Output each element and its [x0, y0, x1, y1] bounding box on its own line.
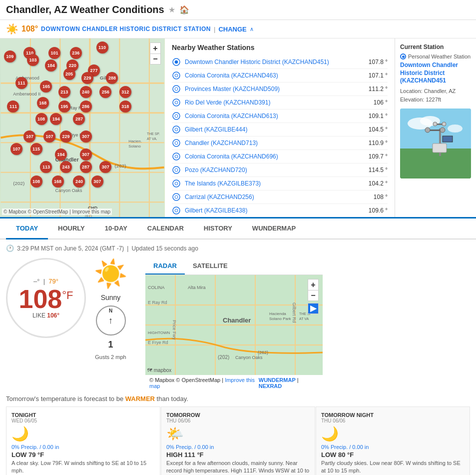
tab-hourly[interactable]: HOURLY	[48, 218, 95, 240]
map-pin[interactable]: 236	[70, 47, 82, 59]
map-pin[interactable]: 307	[91, 176, 103, 188]
radar-zoom-out-button[interactable]: −	[308, 290, 319, 301]
map-pin[interactable]: 205	[63, 68, 75, 80]
home-icon[interactable]: 🏠	[179, 5, 189, 14]
radar-map[interactable]: (202) Gilbert Rd E Ray Rd E Frye Rd Pric…	[145, 275, 323, 375]
map-pin[interactable]: 287	[73, 113, 85, 125]
map-pin[interactable]: 256	[99, 86, 111, 98]
improve-map-link[interactable]: Improve this map	[149, 377, 255, 389]
station-name[interactable]: Colonia Coronita (KAZCHAND463)	[185, 72, 363, 79]
station-list-item[interactable]: Chandler (KAZCHAND713) 110.9 °	[172, 136, 388, 150]
station-name[interactable]: Chandler (KAZCHAND713)	[185, 140, 363, 146]
tab-today[interactable]: TODAY	[6, 218, 48, 240]
map-pin[interactable]: 168	[52, 176, 64, 188]
station-list-item[interactable]: Gilbert (KAZGILBE444) 104.5 °	[172, 123, 388, 136]
station-name[interactable]: Pozo (KAZCHAND720)	[185, 166, 363, 174]
station-name[interactable]: Gilbert (KAZGILBE444)	[185, 126, 363, 133]
station-list-item[interactable]: The Islands (KAZGILBE373) 104.2 °	[172, 177, 388, 190]
map-pin[interactable]: 240	[80, 86, 92, 98]
radar-tab-radar[interactable]: RADAR	[145, 258, 185, 274]
chevron-up-icon[interactable]: ∧	[250, 26, 254, 32]
map-pin[interactable]: 168	[37, 97, 49, 109]
map-pin[interactable]: 318	[119, 100, 131, 112]
station-name[interactable]: The Islands (KAZGILBE373)	[185, 180, 363, 187]
map-pin[interactable]: 110	[96, 42, 108, 54]
nexrad-link[interactable]: NEXRAD	[259, 383, 282, 389]
map-pin[interactable]: 229	[81, 72, 93, 84]
station-list-item[interactable]: Provinces Master (KAZCHAND509) 111.2 °	[172, 82, 388, 96]
map-pin[interactable]: 108	[30, 176, 42, 188]
station-link[interactable]: DOWNTOWN CHANDLER HISTORIC DISTRICT STAT…	[41, 26, 211, 32]
station-temperature: 110.9 °	[363, 140, 388, 146]
station-name[interactable]: Rio Del Verde (KAZCHAND391)	[185, 99, 363, 106]
station-radio-icon	[172, 138, 181, 148]
wundermap-link[interactable]: WUNDERMAP	[259, 377, 296, 383]
map-pin[interactable]: 240	[73, 176, 85, 188]
map-pin[interactable]: 107	[43, 130, 55, 142]
station-temperature: 114.5 °	[363, 166, 388, 174]
map-pin[interactable]: 195	[58, 100, 70, 112]
map-pin[interactable]: 213	[58, 86, 70, 98]
current-station-name[interactable]: Downtown Chandler Historic District (KAZ…	[400, 62, 471, 85]
station-name[interactable]: Colonia Coronita (KAZCHAND613)	[185, 112, 363, 120]
today-weather-block: –° | 79° 108 °F LIKE 106°	[6, 258, 470, 391]
forecast-date: WED 06/05	[11, 418, 155, 424]
map-pin[interactable]: 107	[10, 143, 22, 155]
map-pin[interactable]: 287	[80, 161, 92, 173]
svg-text:E Ray Rd: E Ray Rd	[148, 300, 167, 305]
tab-wundermap[interactable]: WUNDERMAP	[242, 218, 306, 240]
tab-history[interactable]: HISTORY	[194, 218, 242, 240]
station-list-item[interactable]: Rio Del Verde (KAZCHAND391) 106 °	[172, 96, 388, 110]
map-pin[interactable]: 107	[23, 130, 35, 142]
station-list-item[interactable]: Pozo (KAZCHAND720) 114.5 °	[172, 164, 388, 177]
radar-zoom-in-button[interactable]: +	[308, 279, 319, 290]
station-list-item[interactable]: Colonia Coronita (KAZCHAND463) 107.1 °	[172, 69, 388, 82]
map-pin[interactable]: 113	[40, 161, 52, 173]
forecast-hi-lo: LOW 80 °F	[321, 451, 465, 458]
radar-play-button[interactable]: ▶	[308, 303, 319, 314]
map-pin[interactable]: 103	[27, 54, 39, 66]
map-pin[interactable]: 229	[60, 130, 72, 142]
station-name[interactable]: Downtown Chandler Historic District (KAZ…	[185, 58, 363, 66]
map-pin[interactable]: 108	[35, 113, 47, 125]
pin-value: 287	[80, 161, 92, 173]
change-link[interactable]: CHANGE	[218, 26, 246, 33]
map-pin[interactable]: 194	[50, 113, 62, 125]
map-pin[interactable]: 109	[4, 50, 16, 62]
map-pin[interactable]: 165	[40, 80, 52, 92]
main-content-area: (202) (262) Amberwood Amberwood II Gilbe…	[0, 38, 476, 218]
zoom-out-button[interactable]: −	[150, 54, 161, 64]
station-list-item[interactable]: Colonia Coronita (KAZCHAND613) 109.1 °	[172, 110, 388, 123]
station-list-item[interactable]: Colonia Coronita (KAZCHAND696) 109.7 °	[172, 150, 388, 164]
station-name[interactable]: Provinces Master (KAZCHAND509)	[185, 86, 363, 92]
map-pin[interactable]: 184	[45, 60, 57, 72]
clock-icon: 🕐	[6, 244, 14, 252]
station-list-item[interactable]: Carrizal (KAZCHAND256) 108 °	[172, 190, 388, 204]
map-pin[interactable]: 101	[48, 47, 60, 59]
radar-tab-satellite[interactable]: SATELLITE	[185, 258, 236, 274]
tab-10-day[interactable]: 10-DAY	[95, 218, 137, 240]
map-pin[interactable]: 286	[80, 100, 92, 112]
pin-value: 288	[106, 72, 118, 84]
map-pin[interactable]: 307	[80, 148, 92, 160]
station-name[interactable]: Carrizal (KAZCHAND256)	[185, 194, 363, 200]
station-temperature: 109.6 °	[363, 207, 388, 214]
map-pin[interactable]: 243	[60, 161, 72, 173]
station-list-item[interactable]: Downtown Chandler Historic District (KAZ…	[172, 56, 388, 69]
station-name[interactable]: Colonia Coronita (KAZCHAND696)	[185, 153, 363, 160]
map-pin[interactable]: 312	[119, 86, 131, 98]
star-icon[interactable]: ★	[168, 5, 175, 14]
map-pin[interactable]: 194	[55, 148, 67, 160]
map-pin[interactable]: 288	[106, 72, 118, 84]
map-pin[interactable]: 111	[7, 100, 19, 112]
map-pin[interactable]: 307	[80, 130, 92, 142]
weather-map[interactable]: (202) (262) Amberwood Amberwood II Gilbe…	[0, 38, 165, 217]
zoom-in-button[interactable]: +	[150, 42, 161, 54]
station-name[interactable]: Gilbert (KAZGILBE438)	[185, 207, 363, 214]
wind-compass: N ↑	[96, 306, 126, 336]
station-list-item[interactable]: Gilbert (KAZGILBE438) 109.6 °	[172, 204, 388, 217]
map-pin[interactable]: 111	[15, 77, 27, 89]
map-pin[interactable]: 307	[99, 161, 111, 173]
tab-calendar[interactable]: CALENDAR	[137, 218, 194, 240]
map-pin[interactable]: 115	[30, 143, 42, 155]
